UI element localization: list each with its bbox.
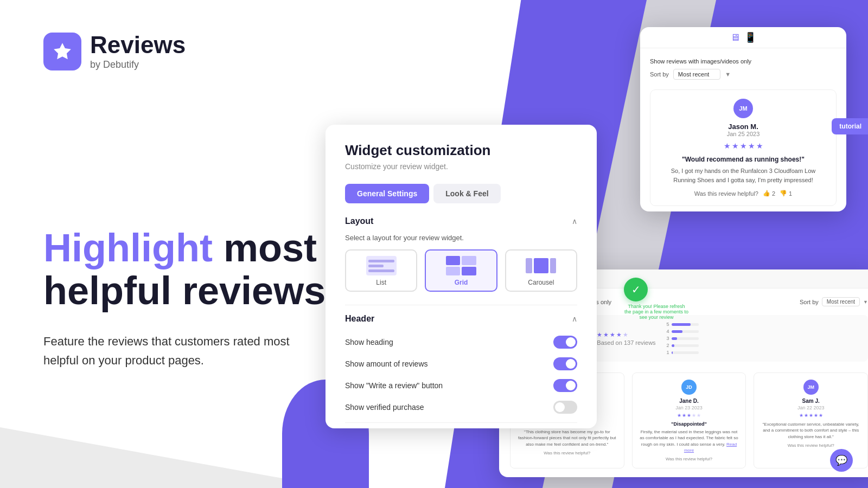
headline-line2: helpful reviews: [43, 269, 342, 312]
toggle-label-write-review: Show "Write a review" button: [345, 381, 443, 390]
toggle-label-verified: Show verified purchase: [345, 403, 424, 412]
logo-text-area: Reviews by Debutify: [90, 33, 186, 70]
read-more-link-2[interactable]: Read more: [684, 442, 737, 453]
tutorial-button[interactable]: tutorial: [832, 118, 868, 134]
layout-option-list-label: List: [376, 279, 386, 286]
list-line-2: [368, 265, 384, 267]
carousel-cell-main: [534, 258, 548, 273]
mini-review-card-2: JD Jane D. Jan 23 2023 ★ ★ ★ ★ ★ "Disapp…: [632, 373, 746, 468]
dropdown-chevron-icon: ▼: [725, 71, 731, 78]
mini-avatar-3: JM: [803, 380, 819, 395]
hero-subtext: Feature the reviews that customers rated…: [43, 332, 304, 370]
mini-reviewer-name-3: Sam J.: [761, 398, 861, 404]
filter-label: Show reviews with images/videos only: [650, 58, 837, 65]
widget-panel-subtitle: Customize your review widget.: [345, 162, 577, 171]
success-text: Thank you! Please refresh the page in a …: [624, 304, 689, 320]
grid-cell-1: [446, 256, 461, 265]
sort-by-label: Sort by: [650, 71, 669, 78]
layout-options: List Grid Carousel: [345, 249, 577, 292]
header-chevron-icon: ∧: [572, 314, 577, 323]
star-3: ★: [740, 142, 747, 150]
layout-option-carousel[interactable]: Carousel: [505, 249, 577, 292]
mini-stars-2: ★ ★ ★ ★ ★: [639, 413, 739, 418]
toggle-row-verified: Show verified purchase: [345, 396, 577, 418]
carousel-cell-right: [550, 258, 557, 273]
mini-s3-3: ★: [809, 413, 813, 418]
headline: Highlight most helpful reviews: [43, 227, 342, 312]
layout-section-title: Layout: [345, 216, 373, 226]
layout-option-grid[interactable]: Grid: [425, 249, 497, 292]
mini-avatar-2: JD: [681, 380, 697, 395]
mini-s3-2: ★: [804, 413, 808, 418]
mini-review-body-1: "This clothing store has become my go-to…: [517, 429, 617, 447]
toggle-heading[interactable]: [553, 336, 577, 349]
star-4: ★: [748, 142, 755, 150]
overall-star-4: ★: [616, 331, 622, 338]
helpful-row: Was this review helpful? 👍 2 👎 1: [659, 190, 827, 197]
grid-cell-2: [462, 256, 476, 265]
bottom-sort-label: Sort by: [800, 299, 819, 305]
success-overlay: ✓ Thank you! Please refresh the page in …: [624, 278, 689, 320]
layout-option-carousel-label: Carousel: [528, 279, 554, 286]
tab-look-and-feel[interactable]: Look & Feel: [433, 184, 500, 203]
success-checkmark-icon: ✓: [624, 278, 648, 301]
bottom-sort-value[interactable]: Most recent: [822, 297, 860, 306]
grid-preview-icon: [446, 256, 476, 275]
sort-select[interactable]: Most recent: [673, 69, 720, 80]
widget-panel-title: Widget customization: [345, 142, 577, 159]
carousel-cell-left: [526, 258, 532, 273]
helpful-yes-btn[interactable]: 👍 2: [763, 190, 775, 197]
mini-s2-4: ★: [692, 413, 696, 418]
divider-1: [345, 305, 577, 305]
logo-icon: [43, 33, 81, 70]
bar-3: 3: [667, 336, 699, 341]
sort-row: Sort by Most recent ▼: [650, 69, 837, 80]
header-section-header: Header ∧: [345, 314, 577, 324]
mini-helpful-3: Was this review helpful?: [761, 443, 861, 448]
list-preview-icon: [366, 256, 397, 275]
mini-helpful-1: Was this review helpful?: [517, 451, 617, 455]
mobile-icon[interactable]: 📱: [744, 31, 756, 43]
tabs-row: General Settings Look & Feel: [345, 184, 577, 203]
headline-rest: most: [213, 226, 317, 269]
helpful-no-btn[interactable]: 👎 1: [780, 190, 792, 197]
tab-general-settings[interactable]: General Settings: [345, 184, 429, 203]
mini-review-title-2: "Disappointed": [639, 421, 739, 427]
list-line-3: [368, 269, 394, 272]
list-line-1: [368, 260, 394, 262]
bar-5: 5: [667, 322, 699, 327]
mini-s2-5: ★: [697, 413, 701, 418]
review-stars: ★ ★ ★ ★ ★: [659, 142, 827, 150]
overall-star-1: ★: [597, 331, 602, 338]
chat-bubble-icon[interactable]: 💬: [830, 449, 853, 472]
overall-star-3: ★: [610, 331, 615, 338]
helpful-question: Was this review helpful?: [694, 190, 758, 197]
left-section: Reviews by Debutify Highlight most helpf…: [43, 0, 342, 488]
carousel-preview-icon: [526, 256, 556, 275]
bottom-sort-chevron-icon: ▼: [863, 299, 868, 305]
toggle-label-heading: Show heading: [345, 338, 393, 346]
desktop-icon[interactable]: 🖥: [730, 32, 740, 43]
reviewer-avatar: JM: [733, 99, 753, 118]
toggle-write-review[interactable]: [553, 379, 577, 392]
mini-s3-4: ★: [814, 413, 818, 418]
divider-2: [345, 422, 577, 423]
mini-s3-1: ★: [799, 413, 803, 418]
rating-bars: 5 4 3 2 1: [667, 322, 699, 355]
logo-title: Reviews: [90, 33, 186, 57]
header-section: Header ∧ Show heading Show amount of rev…: [345, 314, 577, 418]
overall-star-5: ★: [623, 331, 628, 338]
grid-cell-4: [462, 267, 476, 276]
device-switcher: 🖥 📱: [640, 27, 846, 48]
mini-s3-5: ★: [819, 413, 823, 418]
overall-star-2: ★: [603, 331, 609, 338]
header-section-title: Header: [345, 314, 374, 324]
layout-option-list[interactable]: List: [345, 249, 417, 292]
widget-panel: Widget customization Customize your revi…: [326, 125, 597, 428]
layout-description: Select a layout for your review widget.: [345, 234, 577, 242]
logo-subtitle: by Debutify: [90, 59, 186, 70]
toggle-amount[interactable]: [553, 357, 577, 370]
toggle-verified[interactable]: [553, 401, 577, 414]
mini-helpful-2: Was this review helpful?: [639, 457, 739, 461]
mini-review-body-2: Firstly, the material used in these legg…: [639, 429, 739, 453]
